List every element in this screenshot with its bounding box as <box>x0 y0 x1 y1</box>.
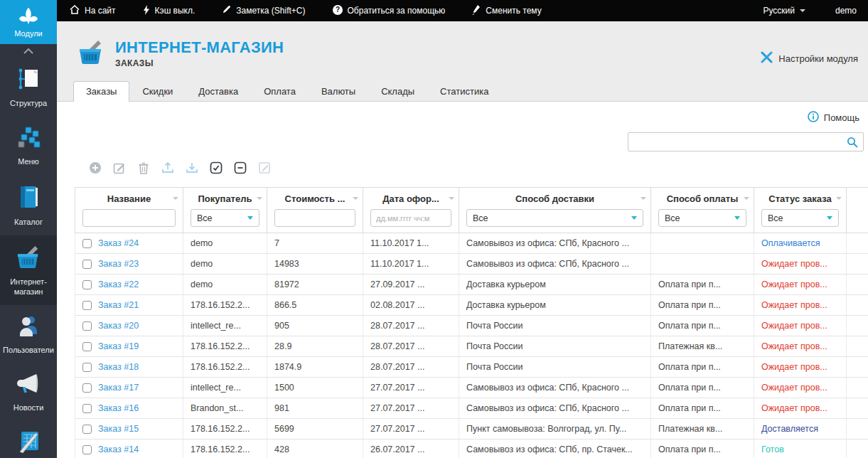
row-checkbox[interactable] <box>82 280 92 289</box>
text-filter-input[interactable] <box>274 209 355 227</box>
row-checkbox[interactable] <box>82 425 92 434</box>
select-filter-value: Все <box>768 213 783 223</box>
order-link[interactable]: Заказ #21 <box>98 300 139 310</box>
order-status: Оплачивается <box>754 233 847 254</box>
column-title[interactable]: Название <box>78 192 180 209</box>
tab-item[interactable]: Статистика <box>427 81 501 101</box>
topbar-link[interactable]: ? Обратиться за помощью <box>333 5 446 17</box>
topbar-link[interactable]: Сменить тему <box>472 5 541 17</box>
select-all-button[interactable] <box>210 161 223 174</box>
page-subtitle: ЗАКАЗЫ <box>115 58 284 68</box>
edit-properties-button[interactable] <box>258 161 271 174</box>
export-button[interactable] <box>161 161 174 174</box>
date-filter-input[interactable] <box>370 209 451 227</box>
sidebar-item[interactable]: Пользователи <box>0 305 57 363</box>
module-settings-button[interactable]: Настройки модуля <box>761 51 858 65</box>
order-link[interactable]: Заказ #19 <box>98 341 139 351</box>
row-checkbox[interactable] <box>82 445 92 454</box>
row-checkbox[interactable] <box>82 404 92 413</box>
table-row: Заказ #24 demo 7 11.10.2017 1... Самовыв… <box>75 233 868 254</box>
import-button[interactable] <box>186 161 198 174</box>
order-link[interactable]: Заказ #15 <box>98 424 139 434</box>
select-filter-value: Все <box>473 213 488 223</box>
column-title[interactable]: Статус заказа <box>757 192 843 209</box>
delete-button[interactable] <box>137 161 150 174</box>
row-checkbox[interactable] <box>82 301 92 310</box>
search-input[interactable] <box>628 133 847 151</box>
order-link[interactable]: Заказ #22 <box>98 279 139 289</box>
row-checkbox[interactable] <box>82 321 92 331</box>
delivery-cell: Самовывоз из офиса: СПб, Красного ... <box>459 233 651 254</box>
sidebar-item-label: Меню <box>18 156 39 166</box>
row-checkbox[interactable] <box>82 260 92 269</box>
cost-cell: 28.9 <box>267 336 363 357</box>
sidebar-collapse-button[interactable] <box>0 44 57 58</box>
menu-module-icon <box>16 126 41 151</box>
topbar-link[interactable]: Кэш выкл. <box>143 5 195 17</box>
text-filter-input[interactable] <box>82 209 176 227</box>
tab-item[interactable]: Доставка <box>186 81 251 101</box>
tab-item[interactable]: Заказы <box>73 81 129 102</box>
column-title[interactable]: Способ доставки <box>462 192 648 209</box>
table-row: Заказ #22 demo 81972 27.09.2017 ... Дост… <box>75 275 868 295</box>
delivery-cell: Почта России <box>459 316 651 336</box>
row-checkbox[interactable] <box>82 342 92 351</box>
column-title[interactable]: Способ оплаты <box>654 192 751 209</box>
cost-cell: 905 <box>267 316 363 336</box>
buyer-cell: Brandon_st... <box>183 398 267 419</box>
column-title[interactable]: Дата офор... <box>366 192 456 209</box>
order-link[interactable]: Заказ #23 <box>98 259 139 269</box>
tab-item[interactable]: Оплата <box>251 81 309 101</box>
select-filter[interactable]: Все <box>466 209 643 227</box>
order-link[interactable]: Заказ #20 <box>98 321 139 331</box>
language-selector[interactable]: Русский <box>763 6 805 16</box>
topbar-link[interactable]: Заметка (Shift+C) <box>222 5 305 17</box>
row-checkbox[interactable] <box>82 383 92 393</box>
topbar-link[interactable]: На сайт <box>70 5 116 17</box>
delivery-cell: Самовывоз из офиса: СПб, Красного ... <box>459 254 651 275</box>
cost-cell: 7 <box>267 233 363 254</box>
order-link[interactable]: Заказ #17 <box>98 383 139 393</box>
brush-icon <box>472 5 481 17</box>
row-checkbox[interactable] <box>82 363 92 372</box>
table-row: Заказ #14 178.16.152.2... 428 26.07.2017… <box>75 440 868 458</box>
column-title[interactable]: Покупатель <box>186 192 264 209</box>
date-cell: 28.07.2017 ... <box>363 316 459 336</box>
order-link[interactable]: Заказ #16 <box>98 403 139 413</box>
order-status: Ожидает пров... <box>754 336 847 357</box>
select-filter[interactable]: Все <box>191 209 259 227</box>
order-link[interactable]: Заказ #14 <box>98 444 139 454</box>
column-title[interactable]: Стоимость ... <box>270 192 360 209</box>
user-menu[interactable]: demo <box>835 6 857 16</box>
tab-item[interactable]: Скидки <box>129 81 186 101</box>
tab-item[interactable]: Валюты <box>309 81 368 101</box>
help-link[interactable]: Помощь <box>808 111 859 124</box>
order-link[interactable]: Заказ #18 <box>98 362 139 372</box>
chevron-down-icon <box>631 216 637 220</box>
select-filter[interactable]: Все <box>761 209 839 227</box>
payment-cell: Оплата при п... <box>651 357 754 378</box>
payment-cell: Оплата при п... <box>651 440 754 458</box>
search-icon[interactable] <box>847 137 858 148</box>
sidebar-modules-button[interactable]: Модули <box>0 0 57 44</box>
cost-cell: 1874.9 <box>267 357 363 378</box>
row-checkbox[interactable] <box>82 239 92 248</box>
sidebar-item[interactable]: Структура <box>0 58 57 117</box>
sidebar-item[interactable]: Новости <box>0 364 57 421</box>
delivery-cell: Доставка курьером <box>459 275 651 295</box>
sidebar-item[interactable]: Шаблоны данных <box>0 421 57 458</box>
unselect-all-button[interactable] <box>234 161 247 174</box>
content-panel: Помощь НазваниеПокупательВсеСтоимость ..… <box>57 101 868 458</box>
sidebar-item[interactable]: Каталог <box>0 176 57 235</box>
topbar: На сайт Кэш выкл. Заметка (Shift+C) ? Об… <box>57 0 868 21</box>
order-name-cell: Заказ #22 <box>75 275 183 295</box>
tab-item[interactable]: Склады <box>368 81 427 101</box>
add-button[interactable] <box>89 161 102 174</box>
order-link[interactable]: Заказ #24 <box>98 238 139 248</box>
edit-button[interactable] <box>113 161 126 174</box>
sidebar-item[interactable]: Меню <box>0 117 57 175</box>
delivery-cell: Самовывоз из офиса: СПб, Красного ... <box>459 398 651 419</box>
order-status: Ожидает пров... <box>754 295 847 316</box>
sidebar-item[interactable]: Интернет-магазин <box>0 235 57 306</box>
select-filter[interactable]: Все <box>658 209 746 227</box>
